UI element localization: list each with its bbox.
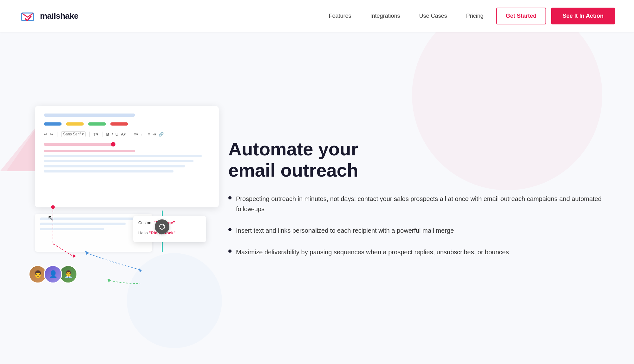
- toolbar-sep-3: [102, 132, 102, 137]
- undo-icon: ↩: [44, 132, 47, 137]
- bullet-dot-2: [228, 228, 232, 231]
- navbar: mailshake Features Integrations Use Case…: [0, 0, 634, 32]
- logo-link[interactable]: mailshake: [19, 7, 78, 24]
- link-icon: 🔗: [159, 132, 164, 137]
- svg-marker-6: [139, 268, 142, 272]
- highlight-line: [44, 143, 114, 146]
- bullet-2: Insert text and links personalized to ea…: [228, 225, 615, 236]
- sync-icon: [155, 219, 169, 234]
- content-line-2: [44, 155, 202, 157]
- align-icon: ≡▾: [134, 132, 139, 137]
- bullet-dot-1: [228, 196, 232, 199]
- indent-icon: ⇥: [153, 132, 156, 137]
- get-started-button[interactable]: Get Started: [496, 8, 546, 24]
- personalization-popup: Custom "Message" Hello "Ridoy Rock": [133, 216, 206, 242]
- content-lines: [44, 150, 210, 172]
- popup-divider: [138, 228, 201, 228]
- tab-green: [88, 122, 106, 126]
- content-line-3: [44, 160, 193, 162]
- font-selector: Sans Serif ▾: [61, 131, 86, 137]
- content-line-4: [44, 165, 185, 167]
- email-editor-card: ↩ ↪ Sans Serif ▾ T▾ B I U A▾ ≡▾ ≔ ≡ ⇥ 🔗: [35, 106, 219, 207]
- color-icon: A▾: [121, 132, 126, 137]
- bold-icon: B: [106, 132, 109, 137]
- tab-yellow: [66, 122, 84, 126]
- list-unordered-icon: ≡: [147, 132, 150, 137]
- email-card-topbar: [44, 114, 135, 117]
- nav-pricing[interactable]: Pricing: [466, 13, 484, 19]
- highlight-dot: [111, 142, 115, 146]
- content-line-5: [44, 170, 173, 172]
- heading-icon: T▾: [94, 132, 98, 137]
- toolbar-sep-2: [89, 132, 90, 137]
- bullet-1: Prospecting outreach in minutes, not day…: [228, 194, 615, 214]
- logo-icon: [19, 7, 36, 24]
- hero-section: ↩ ↪ Sans Serif ▾ T▾ B I U A▾ ≡▾ ≔ ≡ ⇥ 🔗: [0, 32, 634, 364]
- toolbar-sep-4: [130, 132, 130, 137]
- list-ordered-icon: ≔: [141, 132, 145, 137]
- see-it-in-action-button[interactable]: See It In Action: [551, 8, 615, 24]
- popup-row-1: Custom "Message": [138, 220, 201, 225]
- nav-use-cases[interactable]: Use Cases: [419, 13, 447, 19]
- bullet-3: Maximize deliverability by pausing seque…: [228, 247, 615, 257]
- logo-text: mailshake: [40, 11, 78, 21]
- underline-icon: U: [115, 132, 118, 137]
- email-card-tabs: [44, 122, 210, 126]
- nav-features[interactable]: Features: [329, 13, 351, 19]
- redo-icon: ↪: [50, 132, 53, 137]
- italic-icon: I: [112, 132, 113, 137]
- sc-line-3: [40, 228, 104, 230]
- sc-line-2: [40, 223, 126, 225]
- svg-marker-4: [73, 254, 76, 258]
- illustration: ↩ ↪ Sans Serif ▾ T▾ B I U A▾ ≡▾ ≔ ≡ ⇥ 🔗: [25, 100, 203, 296]
- bullet-dot-3: [228, 250, 232, 253]
- tab-red: [110, 122, 128, 126]
- tab-blue: [44, 122, 62, 126]
- avatar-row: 👨 👤 👨‍💼: [29, 265, 74, 283]
- cursor-icon: ↖: [48, 214, 54, 223]
- nav-integrations[interactable]: Integrations: [370, 13, 400, 19]
- popup-row-2: Hello "Ridoy Rock": [138, 231, 201, 235]
- content-line-1: [44, 150, 135, 152]
- avatar-2: 👤: [44, 265, 62, 283]
- nav-links: Features Integrations Use Cases Pricing: [329, 13, 483, 19]
- hero-heading: Automate your email outreach: [228, 139, 615, 181]
- sc-line-1: [40, 218, 136, 220]
- toolbar-sep-1: [57, 132, 57, 137]
- svg-marker-8: [108, 279, 111, 283]
- editor-toolbar: ↩ ↪ Sans Serif ▾ T▾ B I U A▾ ≡▾ ≔ ≡ ⇥ 🔗: [44, 131, 210, 137]
- hero-text: Automate your email outreach Prospecting…: [216, 139, 615, 257]
- bullet-list: Prospecting outreach in minutes, not day…: [228, 194, 615, 257]
